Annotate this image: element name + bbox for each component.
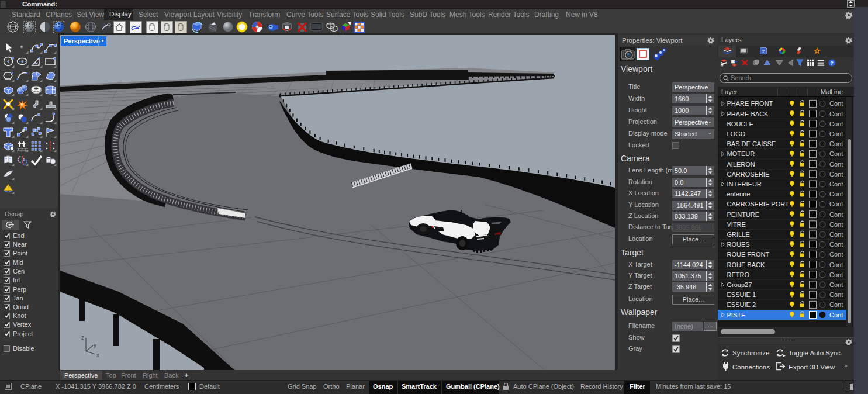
svg-text:CARROSERIE: CARROSERIE <box>727 171 770 178</box>
svg-text:Cont: Cont <box>829 231 843 238</box>
svg-text:Cont: Cont <box>829 191 843 198</box>
svg-text:Cont: Cont <box>829 181 843 188</box>
svg-text:Cont: Cont <box>829 150 843 157</box>
svg-text:z: z <box>81 334 84 341</box>
svg-text:BOUCLE: BOUCLE <box>727 120 753 127</box>
svg-text:Cont: Cont <box>829 281 843 288</box>
svg-text:Cont: Cont <box>829 211 843 218</box>
svg-text:Cont: Cont <box>829 110 843 117</box>
svg-text:Cont: Cont <box>829 241 843 248</box>
svg-text:Cont: Cont <box>829 312 843 319</box>
svg-text:ROUE FRONT: ROUE FRONT <box>727 251 770 258</box>
svg-text:RETRO: RETRO <box>727 271 750 278</box>
svg-text:ESSUIE 2: ESSUIE 2 <box>727 301 756 308</box>
svg-text:Cont: Cont <box>829 120 843 127</box>
svg-text:Cont: Cont <box>829 130 843 137</box>
svg-text:LOGO: LOGO <box>727 130 746 137</box>
svg-text:PHARE FRONT: PHARE FRONT <box>727 100 773 107</box>
svg-text:ROUE BACK: ROUE BACK <box>727 261 765 268</box>
svg-text:INTERIEUR: INTERIEUR <box>727 181 762 188</box>
svg-text:Cont: Cont <box>829 251 843 258</box>
svg-text:y: y <box>94 342 96 348</box>
svg-text:Cont: Cont <box>829 301 843 308</box>
svg-text:?: ? <box>831 60 834 66</box>
svg-text:Cont: Cont <box>829 291 843 298</box>
svg-text:PEINTURE: PEINTURE <box>727 211 760 218</box>
svg-text:ESSUIE 1: ESSUIE 1 <box>727 291 756 298</box>
svg-text:BAS DE CAISSE: BAS DE CAISSE <box>727 140 776 147</box>
svg-text:Group27: Group27 <box>727 281 752 288</box>
svg-text:Cont: Cont <box>829 261 843 268</box>
svg-text:Cont: Cont <box>829 271 843 278</box>
svg-text:entenne: entenne <box>727 191 751 198</box>
svg-text:PISTE: PISTE <box>727 312 746 319</box>
svg-text:Cont: Cont <box>829 161 843 168</box>
svg-text:PHARE BACK: PHARE BACK <box>727 110 769 117</box>
svg-text:ROUES: ROUES <box>727 241 750 248</box>
svg-text:Cont: Cont <box>829 201 843 208</box>
svg-text:Cont: Cont <box>829 221 843 228</box>
svg-text:?: ? <box>762 49 765 54</box>
svg-text:x: x <box>96 352 99 358</box>
svg-text:AILERON: AILERON <box>727 161 755 168</box>
svg-text:GRILLE: GRILLE <box>727 231 750 238</box>
svg-text:CARROSERIE PORT: CARROSERIE PORT <box>727 201 789 208</box>
svg-text:Cont: Cont <box>829 100 843 107</box>
svg-text:VITRE: VITRE <box>727 221 746 228</box>
svg-text:MOTEUR: MOTEUR <box>727 150 755 157</box>
svg-text:Cont: Cont <box>829 140 843 147</box>
svg-text:Cont: Cont <box>829 171 843 178</box>
